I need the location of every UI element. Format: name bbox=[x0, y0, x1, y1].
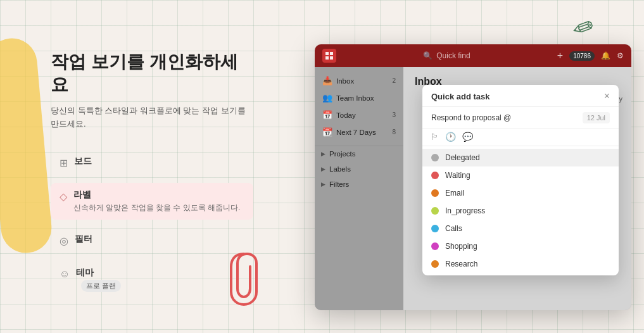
sidebar-projects-label: Projects bbox=[329, 150, 356, 158]
inbox-badge: 2 bbox=[392, 77, 396, 84]
dropdown-item-calls[interactable]: Calls bbox=[422, 220, 619, 237]
color-dot-research bbox=[431, 260, 439, 268]
svg-rect-3 bbox=[330, 56, 333, 60]
dropdown-item-email[interactable]: Email bbox=[422, 184, 619, 202]
color-dot-waiting bbox=[431, 172, 439, 179]
dropdown-list: Delegated Waiting Email In_progress bbox=[422, 146, 619, 275]
sidebar-team-label: Team Inbox bbox=[336, 94, 374, 102]
feature-item-board[interactable]: ⊞ 보드 bbox=[51, 149, 253, 175]
today-icon: 📅 bbox=[322, 110, 332, 120]
quick-add-modal: Quick add task × Respond to proposal @ 1… bbox=[422, 85, 619, 275]
sidebar-item-next7[interactable]: 📆 Next 7 Days 8 bbox=[315, 123, 403, 141]
color-dot-inprogress bbox=[431, 207, 439, 215]
feature-list: ⊞ 보드 ◇ 라벨 신속하게 알맞은 작업을 찾을 수 있도록 해줍니다. ◎ … bbox=[51, 149, 253, 298]
clock-icon[interactable]: 🕐 bbox=[445, 132, 456, 142]
team-icon: 👥 bbox=[322, 93, 332, 103]
sidebar: 📥 Inbox 2 👥 Team Inbox 📅 Today 3 📆 Next … bbox=[315, 67, 403, 310]
sidebar-today-label: Today bbox=[336, 111, 356, 119]
app-window: 🔍 Quick find + 10786 🔔 ⚙ 📥 Inbox 2 👥 Tea… bbox=[315, 44, 631, 310]
svg-rect-0 bbox=[325, 52, 329, 55]
sidebar-labels-label: Labels bbox=[329, 165, 351, 173]
next7-icon: 📆 bbox=[322, 127, 332, 137]
filter-icon: ◎ bbox=[60, 235, 68, 247]
task-input[interactable]: Respond to proposal @ bbox=[431, 113, 583, 122]
app-logo bbox=[322, 49, 336, 63]
dropdown-label-waiting: Waiting bbox=[445, 171, 470, 180]
dropdown-item-waiting[interactable]: Waiting bbox=[422, 166, 619, 184]
paperclip-decoration bbox=[228, 251, 260, 308]
flag-icon[interactable]: 🏳 bbox=[430, 132, 439, 142]
search-icon: 🔍 bbox=[423, 51, 432, 60]
sidebar-item-team-inbox[interactable]: 👥 Team Inbox bbox=[315, 89, 403, 106]
sidebar-group-labels[interactable]: ▶ Labels bbox=[315, 161, 403, 177]
next7-badge: 8 bbox=[392, 129, 396, 135]
sidebar-group-projects[interactable]: ▶ Projects bbox=[315, 146, 403, 161]
dropdown-label-calls: Calls bbox=[445, 224, 462, 233]
svg-rect-2 bbox=[325, 56, 329, 60]
app-body: 📥 Inbox 2 👥 Team Inbox 📅 Today 3 📆 Next … bbox=[315, 67, 631, 310]
feature-theme-label: 테마 bbox=[76, 267, 121, 279]
modal-header: Quick add task × bbox=[422, 85, 619, 107]
color-dot-calls bbox=[431, 225, 439, 232]
dropdown-item-research[interactable]: Research bbox=[422, 255, 619, 273]
dropdown-label-inprogress: In_progress bbox=[445, 206, 485, 215]
svg-rect-1 bbox=[330, 52, 333, 55]
sidebar-group-filters[interactable]: ▶ Filters bbox=[315, 177, 403, 192]
label-icon: ◇ bbox=[60, 191, 67, 203]
search-placeholder: Quick find bbox=[436, 51, 470, 60]
left-panel: 작업 보기를 개인화하세요 당신의 독특한 스타일과 워크플로에 맞는 작업 보… bbox=[51, 51, 253, 298]
color-dot-email bbox=[431, 189, 439, 197]
dropdown-item-delegated[interactable]: Delegated bbox=[422, 149, 619, 166]
feature-label-label: 라벨 bbox=[73, 189, 240, 201]
theme-icon: ☺ bbox=[60, 268, 70, 280]
modal-title: Quick add task bbox=[431, 92, 489, 101]
dropdown-label-email: Email bbox=[445, 189, 464, 198]
task-date[interactable]: 12 Jul bbox=[583, 112, 610, 123]
today-badge: 3 bbox=[392, 111, 396, 118]
feature-label-desc: 신속하게 알맞은 작업을 찾을 수 있도록 해줍니다. bbox=[73, 202, 240, 213]
feature-item-filter[interactable]: ◎ 필터 bbox=[51, 227, 253, 253]
dropdown-label-research: Research bbox=[445, 260, 477, 268]
dropdown-label-delegated: Delegated bbox=[445, 153, 480, 162]
close-icon[interactable]: × bbox=[604, 91, 610, 101]
points-badge: 10786 bbox=[569, 51, 595, 61]
sidebar-filters-label: Filters bbox=[329, 180, 349, 188]
page-subtitle: 당신의 독특한 스타일과 워크플로에 맞는 작업 보기를 만드세요. bbox=[51, 104, 253, 131]
bell-icon[interactable]: 🔔 bbox=[601, 51, 610, 60]
comment-icon[interactable]: 💬 bbox=[462, 132, 473, 142]
sidebar-next7-label: Next 7 Days bbox=[336, 129, 376, 136]
title-bar: 🔍 Quick find + 10786 🔔 ⚙ bbox=[315, 44, 631, 67]
sidebar-inbox-label: Inbox bbox=[336, 77, 354, 85]
modal-overlay: Quick add task × Respond to proposal @ 1… bbox=[403, 67, 631, 310]
dropdown-label-shopping: Shopping bbox=[445, 242, 477, 251]
feature-filter-label: 필터 bbox=[75, 234, 92, 245]
dropdown-item-inprogress[interactable]: In_progress bbox=[422, 202, 619, 220]
color-dot-shopping bbox=[431, 242, 439, 250]
page-title: 작업 보기를 개인화하세요 bbox=[51, 51, 253, 97]
filters-arrow: ▶ bbox=[321, 181, 325, 187]
projects-arrow: ▶ bbox=[321, 151, 325, 157]
modal-input-row: Respond to proposal @ 12 Jul bbox=[422, 107, 619, 129]
feature-theme-tag: 프로 플랜 bbox=[81, 280, 121, 292]
feature-item-theme[interactable]: ☺ 테마 프로 플랜 bbox=[51, 261, 253, 298]
search-bar[interactable]: 🔍 Quick find bbox=[343, 51, 551, 60]
modal-actions: 🏳 🕐 💬 bbox=[422, 129, 619, 146]
labels-arrow: ▶ bbox=[321, 166, 325, 172]
sidebar-item-today[interactable]: 📅 Today 3 bbox=[315, 106, 403, 123]
inbox-icon: 📥 bbox=[322, 76, 332, 85]
main-content: Inbox ship opportunity Quick add task × … bbox=[403, 67, 631, 310]
feature-board-label: 보드 bbox=[74, 156, 92, 167]
add-button[interactable]: + bbox=[557, 50, 563, 61]
gear-icon[interactable]: ⚙ bbox=[617, 51, 624, 60]
title-bar-actions: + 10786 🔔 ⚙ bbox=[557, 50, 624, 61]
sidebar-item-inbox[interactable]: 📥 Inbox 2 bbox=[315, 72, 403, 89]
dropdown-item-shopping[interactable]: Shopping bbox=[422, 237, 619, 255]
board-icon: ⊞ bbox=[60, 157, 68, 169]
feature-item-label[interactable]: ◇ 라벨 신속하게 알맞은 작업을 찾을 수 있도록 해줍니다. bbox=[51, 183, 253, 220]
color-dot-delegated bbox=[431, 154, 439, 161]
